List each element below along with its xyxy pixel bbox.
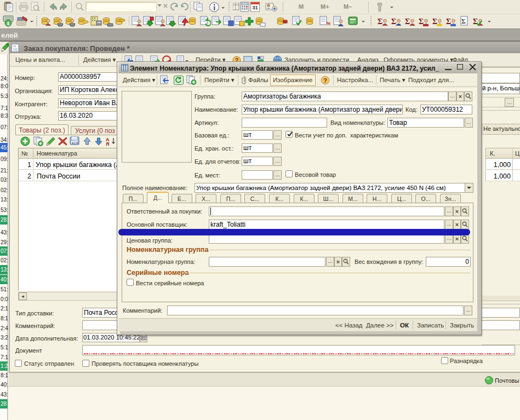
svg-text:Σ: Σ [461,18,466,25]
svg-text:Σ: Σ [419,18,424,26]
svg-text:Σ: Σ [446,18,451,26]
svg-text:Σ: Σ [405,18,410,26]
svg-text:$: $ [7,21,9,26]
svg-text:Σ: Σ [391,18,396,26]
svg-text:Σ: Σ [378,18,382,26]
svg-text:Σ: Σ [432,18,437,26]
svg-text:Я: Я [106,141,109,146]
svg-text:?: ? [323,77,327,84]
svg-text:31: 31 [252,5,258,10]
svg-text:ЕОК: ЕОК [72,141,79,145]
svg-text:%: % [327,21,330,26]
